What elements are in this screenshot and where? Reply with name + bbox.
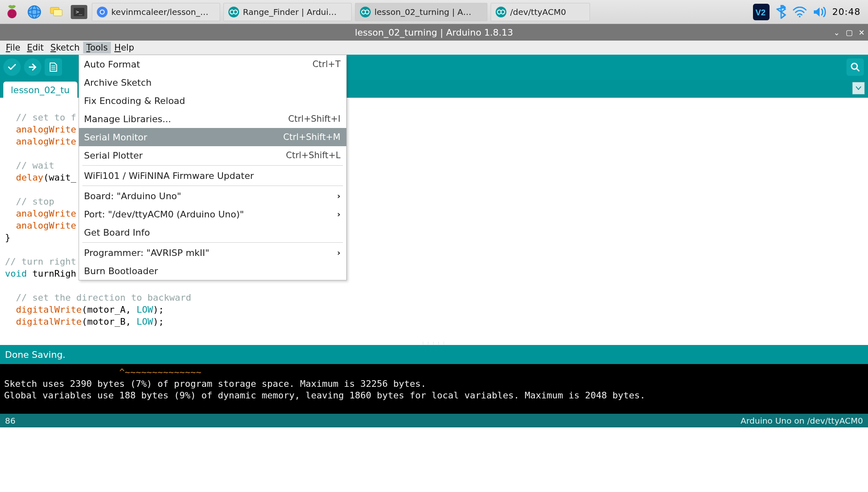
console-line: Global variables use 188 bytes (9%) of d… [4,390,645,400]
splitter-handle[interactable]: : : : : : [0,340,868,345]
console-line: ^~~~~~~~~~~~~~~ [4,367,201,377]
menu-port[interactable]: Port: "/dev/ttyACM0 (Arduino Uno)"› [79,205,346,223]
code-token: LOW [137,304,153,315]
menu-separator [82,165,343,166]
task-label: Range_Finder | Ardui… [243,7,337,17]
bluetooth-icon[interactable] [775,5,787,19]
line-number: 86 [5,416,15,426]
menu-archive-sketch[interactable]: Archive Sketch [79,73,346,92]
verify-button[interactable] [3,58,21,76]
menu-file[interactable]: File [2,42,24,53]
tab-label: lesson_02_tu [11,85,70,95]
svg-point-2 [12,10,15,14]
terminal-icon: >_ [71,5,87,19]
menu-wifi-updater[interactable]: WiFi101 / WiFiNINA Firmware Updater [79,166,346,185]
close-button[interactable]: ✕ [858,28,865,37]
os-taskbar: >_ kevinmcaleer/lesson_… Range_Finder | … [0,0,868,24]
menu-programmer[interactable]: Programmer: "AVRISP mkII"› [79,244,346,262]
minimize-button[interactable]: ⌄ [834,28,840,37]
chromium-icon [96,6,108,18]
menu-label: Manage Libraries... [84,114,171,124]
code-token: delay [5,172,43,183]
menu-label: Fix Encoding & Reload [84,96,185,106]
wifi-icon[interactable] [793,7,807,17]
terminal-launcher[interactable]: >_ [70,2,89,22]
clock[interactable]: 20:48 [832,7,861,17]
taskbar-task-arduino-2[interactable]: lesson_02_turning | A… [355,3,487,21]
menu-tools[interactable]: Tools [83,42,111,53]
menu-label: Archive Sketch [84,77,151,88]
code-comment: // turn right [5,256,76,267]
serial-monitor-button[interactable] [846,58,864,76]
menu-label: Get Board Info [84,227,150,238]
status-message: Done Saving. [5,350,65,360]
volume-icon[interactable] [813,6,827,18]
menu-label: Programmer: "AVRISP mkII" [84,248,209,258]
new-sketch-button[interactable] [45,58,62,76]
menu-label: Serial Plotter [84,150,143,161]
code-comment: // set the direction to backward [5,292,191,303]
menu-shortcut: Ctrl+Shift+L [286,150,340,160]
task-label: kevinmcaleer/lesson_… [111,7,209,17]
taskbar-task-arduino-3[interactable]: /dev/ttyACM0 [491,3,590,21]
submenu-arrow-icon: › [337,191,340,201]
raspberry-menu-button[interactable] [2,2,22,22]
menu-sketch[interactable]: Sketch [47,42,83,53]
svg-point-22 [799,16,801,17]
code-token: ); [153,304,164,315]
code-token: analogWrite [5,208,76,219]
code-token: analogWrite [5,136,76,147]
code-token: ); [153,316,164,327]
board-port-status: Arduino Uno on /dev/ttyACM0 [741,416,863,426]
file-manager-launcher[interactable] [47,2,66,22]
menu-serial-monitor[interactable]: Serial MonitorCtrl+Shift+M [79,128,346,146]
window-title: lesson_02_turning | Arduino 1.8.13 [355,27,513,38]
menu-edit[interactable]: Edit [24,42,47,53]
menu-serial-plotter[interactable]: Serial PlotterCtrl+Shift+L [79,146,346,164]
globe-icon [27,5,41,19]
code-token: (wait_ [43,172,76,183]
menu-label: WiFi101 / WiFiNINA Firmware Updater [84,171,254,181]
code-token: digitalWrite [5,304,82,315]
taskbar-task-chromium[interactable]: kevinmcaleer/lesson_… [92,3,220,21]
submenu-arrow-icon: › [337,209,340,219]
code-token: digitalWrite [5,316,82,327]
arduino-icon [228,6,240,18]
task-label: /dev/ttyACM0 [510,7,566,17]
sketch-tab[interactable]: lesson_02_tu [3,82,77,98]
arduino-icon [360,6,371,18]
tools-menu-dropdown: Auto FormatCtrl+T Archive Sketch Fix Enc… [79,55,347,280]
menu-burn-bootloader[interactable]: Burn Bootloader [79,262,346,280]
menu-fix-encoding[interactable]: Fix Encoding & Reload [79,92,346,110]
menu-board[interactable]: Board: "Arduino Uno"› [79,187,346,205]
console-line: Sketch uses 2390 bytes (7%) of program s… [4,379,426,389]
svg-point-5 [10,15,14,18]
submenu-arrow-icon: › [337,248,340,258]
menu-separator [82,186,343,186]
tab-menu-button[interactable] [852,82,865,94]
console-output[interactable]: ^~~~~~~~~~~~~~~ Sketch uses 2390 bytes (… [0,364,868,414]
menu-label: Auto Format [84,59,140,70]
upload-button[interactable] [24,58,41,76]
magnifier-icon [850,62,860,72]
svg-text:V2: V2 [755,8,765,17]
menu-auto-format[interactable]: Auto FormatCtrl+T [79,55,346,73]
chevron-down-icon [856,86,861,90]
svg-text:>_: >_ [76,9,82,15]
system-tray: V2 20:48 [753,4,866,20]
taskbar-task-arduino-1[interactable]: Range_Finder | Ardui… [223,3,352,21]
menu-help[interactable]: Help [111,42,137,53]
arrow-right-icon [28,63,37,72]
code-token: } [5,232,10,243]
maximize-button[interactable]: ▢ [846,28,853,37]
menu-get-board-info[interactable]: Get Board Info [79,223,346,241]
web-browser-launcher[interactable] [25,2,44,22]
code-token: (motor_A, [82,304,136,315]
menu-label: Serial Monitor [84,132,147,142]
svg-point-1 [9,10,12,14]
status-bar: Done Saving. [0,345,868,364]
folders-icon [50,6,64,18]
menu-manage-libraries[interactable]: Manage Libraries...Ctrl+Shift+I [79,110,346,128]
vnc-icon[interactable]: V2 [753,4,770,20]
menu-label: Burn Bootloader [84,266,158,276]
